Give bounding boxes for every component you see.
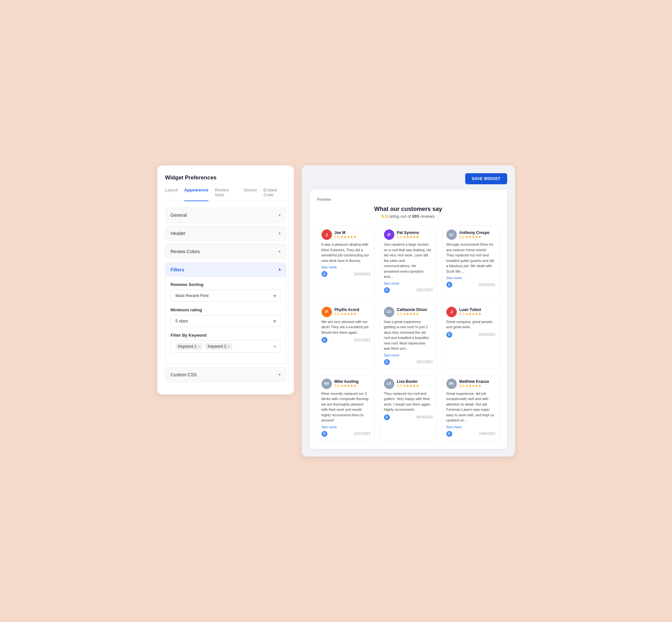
review-date-phyllis: 10/12/2023 — [354, 338, 370, 342]
right-panel: SAVE WIDGET Preview What our customers s… — [302, 165, 515, 457]
review-footer-matthew: G 10/06/2023 — [446, 431, 495, 437]
avatar-matthew: MK — [446, 379, 457, 389]
keyword-tag-2-label: Keyword 2 — [208, 344, 226, 349]
preview-card: Preview What our customers say 5.0 ratin… — [309, 189, 507, 449]
see-more-joe[interactable]: See more — [322, 265, 370, 269]
google-icon-pat: G — [384, 287, 390, 293]
review-date-matthew: 10/06/2023 — [478, 432, 495, 436]
left-panel: Widget Preferences Layout Appearence Rev… — [157, 165, 294, 394]
review-date-pat: 10/27/2023 — [416, 288, 432, 292]
chevron-down-icon: ▾ — [279, 249, 280, 254]
keyword-field[interactable]: Keyword 1 × Keyword 2 × ▾ — [171, 340, 280, 353]
google-icon-matthew: G — [446, 431, 452, 437]
reviewer-header-anthony: AC Anthony Crespo 5.0 ★★★★★ — [446, 230, 495, 240]
preview-rating-line: 5.0 rating out of 865 reviews — [317, 214, 499, 219]
panel-title: Widget Preferences — [165, 174, 286, 181]
chevron-down-icon: ▾ — [279, 213, 280, 217]
sorting-section: Reviews Sorting Most Recent First Highes… — [171, 282, 280, 302]
review-text-joe: It was a pleasure dealing with Kline Ext… — [322, 242, 370, 263]
review-footer-luan: G 09/20/2023 — [446, 332, 495, 338]
review-footer-phyllis: G 10/12/2023 — [322, 337, 370, 343]
review-text-anthony: Strongly recommend Kline for any exterio… — [446, 242, 495, 274]
avatar-luan: J — [446, 307, 457, 317]
review-count: 865 — [412, 214, 419, 219]
review-card-lisa: LB Lisa Baxter 5.0 ★★★★★ They replaced m… — [380, 374, 437, 441]
review-date-mike: 10/13/2023 — [354, 432, 370, 436]
review-text-lisa: They replaced my roof and gutters. Very … — [384, 391, 433, 412]
reviewer-info-luan: Luan Tufani 5.0 ★★★★★ — [459, 307, 495, 316]
review-text-calliannie: Had a great experience gettting a new ro… — [384, 319, 433, 351]
review-card-luan: J Luan Tufani 5.0 ★★★★★ Great company, g… — [442, 303, 499, 369]
chevron-down-icon: ▾ — [279, 372, 280, 377]
reviewer-name-anthony: Anthony Crespo — [459, 231, 495, 235]
reviewer-name-joe: Joe M — [335, 231, 370, 235]
review-count-suffix: reviews — [421, 214, 435, 219]
review-date-calliannie: 10/21/2023 — [416, 360, 432, 364]
review-text-luan: Great company, great people, and great w… — [446, 319, 495, 330]
see-more-calliannie[interactable]: See more — [384, 353, 433, 357]
see-more-mike[interactable]: See more — [322, 425, 370, 429]
see-more-pat[interactable]: See more — [384, 281, 433, 285]
stars-mike: 5.0 ★★★★★ — [335, 384, 370, 388]
save-widget-button[interactable]: SAVE WIDGET — [465, 173, 507, 184]
sorting-label: Reviews Sorting — [171, 282, 280, 287]
tab-review-style[interactable]: Review Style — [215, 187, 237, 201]
accordion-filters-header[interactable]: Filters ▾ — [166, 263, 286, 277]
reviewer-name-lisa: Lisa Baxter — [397, 379, 433, 384]
google-icon-joe: G — [322, 271, 327, 277]
accordion-review-colors-label: Review Colors — [171, 249, 200, 254]
reviewer-info-pat: Pat Symons 5.0 ★★★★★ — [397, 231, 433, 239]
min-rating-section: Minimum rating 5 stars 4 stars 3 stars 2… — [171, 307, 280, 327]
accordion-header-header[interactable]: Header ▾ — [166, 226, 286, 240]
tab-embed-code[interactable]: Embed Code — [264, 187, 286, 201]
see-more-matthew[interactable]: See more — [446, 425, 495, 429]
google-icon-mike: G — [322, 431, 327, 437]
google-icon-calliannie: G — [384, 359, 390, 365]
review-card-matthew: MK Matthew Krauza 5.0 ★★★★★ Great experi… — [442, 374, 499, 441]
review-text-mike: Kline recently replaced our 3 decks with… — [322, 391, 370, 423]
avatar-phyllis: P — [322, 307, 332, 317]
review-card-mike: MA Mike Austing 5.0 ★★★★★ Kline recently… — [317, 374, 374, 441]
keyword-tag-1: Keyword 1 × — [175, 343, 203, 350]
tab-appearance[interactable]: Appearence — [184, 187, 208, 201]
google-icon-anthony: G — [446, 282, 452, 287]
accordion-custom-css: Custom CSS ▾ — [165, 367, 286, 382]
see-more-anthony[interactable]: See more — [446, 276, 495, 280]
stars-lisa: 5.0 ★★★★★ — [397, 384, 433, 388]
min-rating-select[interactable]: 5 stars 4 stars 3 stars 2 stars 1 star — [171, 315, 280, 327]
accordion-custom-css-header[interactable]: Custom CSS ▾ — [166, 368, 286, 382]
keyword-label: Filter By Keyword — [171, 333, 280, 338]
min-rating-label: Minimum rating — [171, 307, 280, 312]
tab-layout[interactable]: Layout — [165, 187, 178, 201]
stars-calliannie: 5.0 ★★★★★ — [397, 312, 433, 316]
avatar-joe: J — [322, 230, 332, 240]
reviewer-info-matthew: Matthew Krauza 5.0 ★★★★★ — [459, 379, 495, 388]
accordion-filters: Filters ▾ Reviews Sorting Most Recent Fi… — [165, 262, 286, 364]
tab-source[interactable]: Source — [243, 187, 257, 201]
reviewer-name-matthew: Matthew Krauza — [459, 379, 495, 384]
review-date-anthony: 10/26/2023 — [478, 283, 495, 287]
review-card-calliannie: CD Calliannie Dixon 5.0 ★★★★★ Had a grea… — [380, 303, 437, 369]
accordion-header: Header ▾ — [165, 226, 286, 241]
stars-anthony: 5.0 ★★★★★ — [459, 235, 495, 239]
rating-text: rating out of — [389, 214, 411, 219]
keyword-tag-1-remove[interactable]: × — [198, 344, 200, 348]
accordion-review-colors-header[interactable]: Review Colors ▾ — [166, 244, 286, 259]
reviewer-header-lisa: LB Lisa Baxter 5.0 ★★★★★ — [384, 379, 433, 389]
stars-matthew: 5.0 ★★★★★ — [459, 384, 495, 388]
sorting-select[interactable]: Most Recent First Highest Rating Lowest … — [171, 289, 280, 302]
main-container: Widget Preferences Layout Appearence Rev… — [157, 165, 515, 457]
review-text-matthew: Great experience, did job exceptionally … — [446, 391, 495, 423]
review-card-joe: J Joe M 5.0 ★★★★★ It was a pleasure deal… — [317, 225, 374, 297]
reviewer-name-calliannie: Calliannie Dixon — [397, 307, 433, 312]
reviewer-name-mike: Mike Austing — [335, 379, 370, 384]
accordion-general: General ▾ — [165, 208, 286, 222]
review-footer-lisa: G 09/18/2023 — [384, 414, 433, 420]
avatar-anthony: AC — [446, 230, 457, 240]
google-icon-phyllis: G — [322, 337, 327, 343]
stars-pat: 5.0 ★★★★★ — [397, 235, 433, 239]
accordion-general-header[interactable]: General ▾ — [166, 208, 286, 222]
reviewer-info-phyllis: Phyllis Acord 5.0 ★★★★★ — [335, 307, 370, 316]
keyword-tag-2-remove[interactable]: × — [227, 344, 229, 348]
reviewer-header-joe: J Joe M 5.0 ★★★★★ — [322, 230, 370, 240]
